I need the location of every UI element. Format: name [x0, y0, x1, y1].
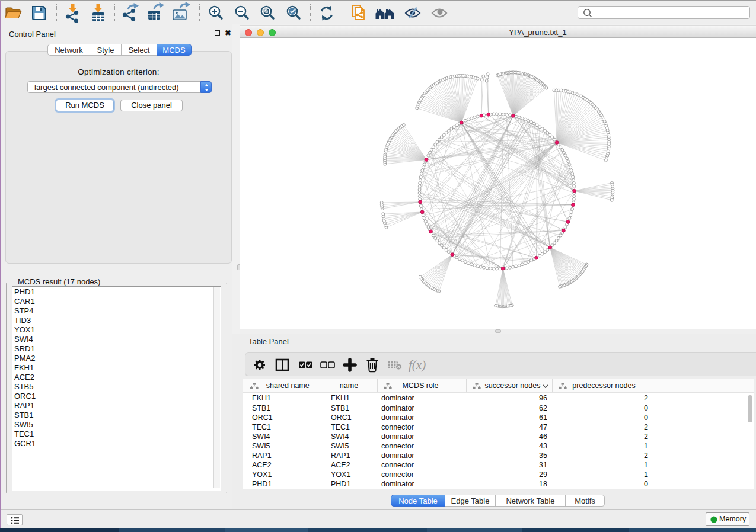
svg-text:f(x): f(x): [409, 358, 426, 372]
